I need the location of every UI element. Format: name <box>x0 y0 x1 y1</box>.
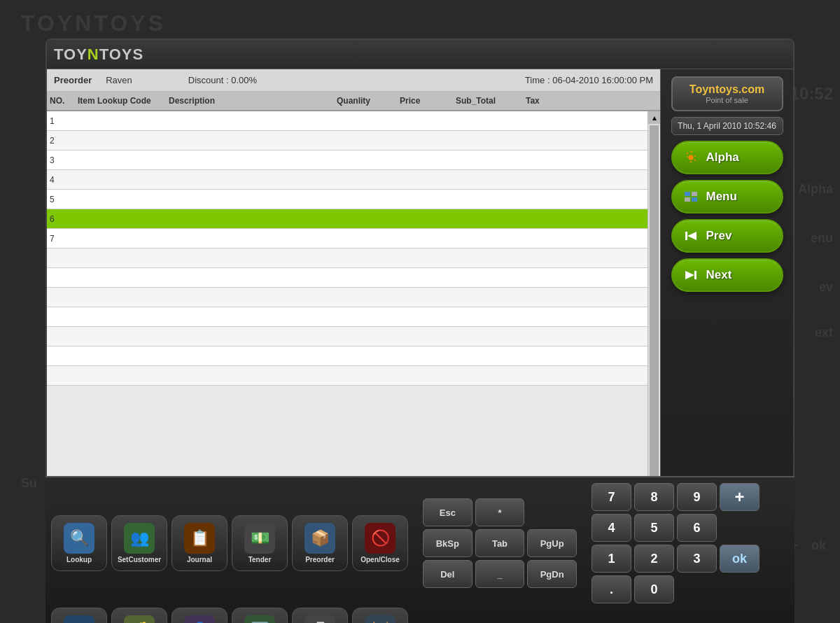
del-key[interactable]: Del <box>423 560 472 588</box>
openclose-icon: 🚫 <box>365 523 396 554</box>
hold-icon: @ <box>64 615 94 623</box>
bg-ok-ghost: ok <box>811 538 826 553</box>
journal-button[interactable]: 📋 Journal <box>172 515 227 571</box>
setcustomer-button[interactable]: 👥 SetCustomer <box>111 515 167 571</box>
col-qty: Quanlity <box>334 94 397 107</box>
num-8[interactable]: 8 <box>634 483 674 511</box>
calculate-icon: 🧮 <box>365 615 396 623</box>
datetime-display: Thu, 1 April 2010 10:52:46 <box>671 117 783 135</box>
col-lookup: Item Lookup Code <box>75 94 166 107</box>
time-info: Time : 06-04-2010 16:00:00 PM <box>525 75 653 85</box>
tender-button[interactable]: 💵 Tender <box>232 515 288 571</box>
bg-bottom-ghost: Su <box>21 476 37 491</box>
recall-button[interactable]: 🔄 Recall <box>232 608 288 623</box>
calculate-button[interactable]: 🧮 Calculate <box>352 608 408 623</box>
num-7[interactable]: 7 <box>592 483 631 511</box>
col-desc: Description <box>166 94 334 107</box>
num-1[interactable]: 1 <box>592 545 631 573</box>
preorder-label: Preorder <box>54 75 92 85</box>
table-row[interactable]: 2 <box>47 131 660 150</box>
svg-rect-0 <box>685 192 690 196</box>
bg-prev-ghost: ev <box>819 280 833 295</box>
table-row[interactable] <box>47 288 660 307</box>
table-row[interactable] <box>47 268 660 288</box>
num-2[interactable]: 2 <box>634 545 674 573</box>
bg-right-ghost: 10:52 <box>790 84 833 104</box>
col-scroll <box>579 94 593 107</box>
svg-rect-1 <box>692 192 697 196</box>
app-logo: TOYNTOYS <box>54 46 144 64</box>
svg-rect-2 <box>685 197 690 202</box>
hold-button[interactable]: @ Hold <box>51 608 107 623</box>
pgup-key[interactable]: PgUp <box>527 529 577 557</box>
table-row[interactable]: 1 <box>47 111 660 131</box>
bg-alpha-ghost: Alpha <box>798 182 833 197</box>
next-button[interactable]: Next <box>671 258 783 292</box>
col-no: NO. <box>47 94 75 107</box>
journal-icon: 📋 <box>184 523 215 554</box>
payment-icon: 💰 <box>124 615 155 623</box>
ok-key[interactable]: ok <box>720 545 760 573</box>
logo-bar: TOYNTOYS <box>47 40 793 69</box>
esc-key[interactable]: Esc <box>423 498 472 526</box>
bksp-key[interactable]: BkSp <box>423 529 472 557</box>
lookup-icon: 🔍 <box>64 523 94 554</box>
svg-rect-3 <box>692 197 697 202</box>
lookup-button[interactable]: 🔍 Lookup <box>51 515 107 571</box>
table-row[interactable] <box>47 346 660 366</box>
svg-marker-5 <box>687 232 696 240</box>
num-0[interactable]: 0 <box>634 575 674 603</box>
col-price: Price <box>397 94 453 107</box>
bg-next-ghost: ext <box>815 326 833 340</box>
table-row[interactable] <box>47 307 660 327</box>
preorder-button[interactable]: 📦 Preorder <box>292 515 348 571</box>
bg-logo-ghost: TOYNTOYS <box>21 10 166 36</box>
next-label: Next <box>706 268 732 282</box>
num-6[interactable]: 6 <box>677 514 717 542</box>
payment-button[interactable]: 💰 Payment <box>111 608 167 623</box>
gear-icon <box>681 148 701 167</box>
discount-info: Discount : 0.00% <box>188 75 257 85</box>
brand-box: Toyntoys.com Point of sale <box>671 76 783 111</box>
num-5[interactable]: 5 <box>634 514 674 542</box>
prev-button[interactable]: Prev <box>671 219 783 253</box>
next-icon <box>681 265 701 285</box>
plus-key[interactable]: + <box>720 483 760 511</box>
table-row[interactable] <box>47 366 660 386</box>
tab-key[interactable]: Tab <box>475 529 525 557</box>
dash-key[interactable]: _ <box>475 560 525 588</box>
svg-marker-7 <box>685 271 694 279</box>
num-empty <box>677 575 717 603</box>
numeric-keypad: 7 8 9 + 4 5 6 1 2 3 ok . 0 <box>592 483 760 603</box>
scroll-up-btn[interactable]: ▲ <box>648 111 660 124</box>
num-3[interactable]: 3 <box>677 545 717 573</box>
recall-icon: 🔄 <box>244 615 275 623</box>
pgdn-key[interactable]: PgDn <box>527 560 577 588</box>
tool-row-2: @ Hold 💰 Payment 👤 Customer NEW 🔄 Recall… <box>51 608 789 623</box>
openclose-button[interactable]: 🚫 Open/Close <box>352 515 408 571</box>
table-row[interactable] <box>47 248 660 268</box>
table-row[interactable]: 7 <box>47 229 660 248</box>
num-dot[interactable]: . <box>592 575 631 603</box>
star-key[interactable]: * <box>475 498 525 526</box>
table-row[interactable]: 4 <box>47 170 660 190</box>
brand-sub: Point of sale <box>678 96 776 104</box>
customer-button[interactable]: 👤 Customer NEW <box>172 608 227 623</box>
bottom-toolbar: 🔍 Lookup 👥 SetCustomer 📋 Journal 💵 Tende… <box>46 476 794 623</box>
customer-icon: 👤 <box>184 615 215 623</box>
function-keys: Esc * BkSp Tab PgUp Del _ PgDn <box>423 498 577 588</box>
alpha-button[interactable]: Alpha <box>671 141 783 174</box>
reprint-button[interactable]: 🖨️ Reprint <box>292 608 348 623</box>
table-row[interactable]: 5 <box>47 190 660 209</box>
num-9[interactable]: 9 <box>677 483 717 511</box>
info-bar: Preorder Raven Discount : 0.00% Time : 0… <box>47 69 660 92</box>
empty-key-1 <box>527 498 577 526</box>
num-4[interactable]: 4 <box>592 514 631 542</box>
svg-rect-4 <box>685 232 687 240</box>
bg-menu-ghost: enu <box>811 231 833 246</box>
table-row[interactable]: 3 <box>47 150 660 170</box>
menu-button[interactable]: Menu <box>671 180 783 214</box>
table-row[interactable] <box>47 327 660 346</box>
brand-title: Toyntoys.com <box>678 83 776 96</box>
table-row-selected[interactable]: 6 <box>47 209 660 229</box>
